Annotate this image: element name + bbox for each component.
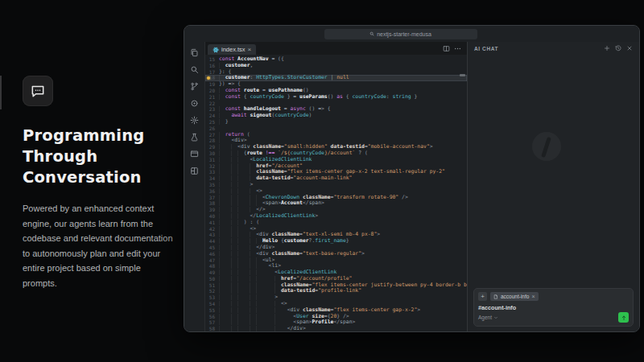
chat-footer-row: Agent bbox=[478, 312, 629, 323]
code-line: 55 <div className="flex items-center gap… bbox=[205, 307, 467, 314]
more-options-button[interactable] bbox=[454, 45, 461, 52]
line-number: 40 bbox=[205, 213, 219, 220]
code-line: 50 href="/account/profile" bbox=[205, 276, 467, 282]
code-line: 58 </div> bbox=[205, 326, 467, 331]
code-text: </LocalizedClientLink> bbox=[219, 213, 467, 220]
settings-icon[interactable] bbox=[189, 115, 200, 125]
context-chip-account-info[interactable]: account-info × bbox=[490, 292, 539, 301]
line-number: 57 bbox=[205, 319, 219, 326]
code-text: <span>Profile</span> bbox=[219, 319, 467, 326]
tab-label: index.tsx bbox=[221, 46, 246, 53]
search-icon[interactable] bbox=[189, 64, 200, 75]
flask-icon[interactable] bbox=[189, 132, 200, 142]
line-number: 39 bbox=[205, 207, 219, 213]
code-text: <li> bbox=[219, 263, 467, 269]
page-background: Programming Through Conversation Powered… bbox=[0, 0, 644, 362]
code-text: ) : ( bbox=[219, 220, 467, 226]
editor-column: index.tsx × 15const AccountNav = ({16 cu… bbox=[204, 42, 467, 331]
code-text: <LocalizedClientLink bbox=[219, 269, 467, 276]
code-line: 46 <div className="text-base-regular"> bbox=[205, 251, 467, 257]
line-number: 36 bbox=[205, 188, 219, 195]
line-number: 20 bbox=[205, 88, 219, 94]
project-search-bar[interactable]: nextjs-starter-medusa bbox=[324, 29, 477, 39]
code-line: 20 const route = usePathname() bbox=[205, 88, 467, 94]
line-number: 55 bbox=[205, 307, 219, 314]
code-text: > bbox=[219, 182, 467, 188]
line-number: 21 bbox=[205, 94, 219, 101]
tab-close-icon[interactable]: × bbox=[248, 46, 252, 53]
code-line: 42 <> bbox=[205, 226, 467, 232]
preview-icon[interactable] bbox=[189, 149, 200, 159]
split-editor-button[interactable] bbox=[443, 45, 450, 52]
chip-close-icon[interactable]: × bbox=[531, 294, 535, 299]
chat-input-text[interactable]: #account-info bbox=[478, 304, 629, 311]
code-line: 36 <> bbox=[205, 188, 467, 195]
code-text: customer: HttpTypes.StoreCustomer | null bbox=[219, 75, 467, 81]
code-line: 16 customer, bbox=[205, 63, 467, 69]
line-number: 23 bbox=[205, 106, 219, 113]
line-number: 33 bbox=[205, 169, 219, 175]
line-number: 54 bbox=[205, 301, 219, 307]
chat-history-button[interactable] bbox=[615, 45, 621, 51]
chat-header: AI CHAT bbox=[468, 42, 639, 55]
chat-bubble-icon bbox=[23, 76, 53, 106]
code-text: const { countryCode } = useParams() as {… bbox=[219, 94, 467, 101]
code-text: const AccountNav = ({ bbox=[219, 56, 467, 63]
code-text: href="/account" bbox=[219, 163, 467, 170]
editor-scrollbar[interactable] bbox=[460, 74, 465, 76]
line-number: 35 bbox=[205, 182, 219, 188]
line-number: 53 bbox=[205, 294, 219, 301]
chat-input-card[interactable]: + account-info × #account-info Agent bbox=[473, 288, 634, 327]
code-text: </div> bbox=[219, 326, 467, 331]
context-chip-row: + account-info × bbox=[478, 292, 629, 301]
line-number: 17 bbox=[205, 69, 219, 76]
code-line: 21 const { countryCode } = useParams() a… bbox=[205, 94, 467, 101]
line-number: 29 bbox=[205, 144, 219, 150]
code-line: 56 <User size={20} /> bbox=[205, 314, 467, 320]
code-text: > bbox=[219, 294, 467, 301]
agent-mode-dropdown[interactable]: Agent bbox=[478, 315, 498, 320]
line-number: 19 bbox=[205, 81, 219, 88]
code-line: 38 <span>Account</span> bbox=[205, 200, 467, 207]
layout-icon[interactable] bbox=[189, 166, 200, 176]
git-branch-icon[interactable] bbox=[189, 81, 200, 92]
line-number: 18 bbox=[205, 75, 219, 81]
code-text: <> bbox=[219, 188, 467, 195]
logo-watermark bbox=[532, 132, 561, 161]
line-number: 27 bbox=[205, 132, 219, 138]
add-context-button[interactable]: + bbox=[478, 292, 487, 301]
code-line: 53 > bbox=[205, 294, 467, 301]
code-text: const route = usePathname() bbox=[219, 88, 467, 94]
react-file-icon bbox=[213, 47, 219, 53]
editor-window: nextjs-starter-medusa index.tsx × 15cons… bbox=[184, 25, 640, 332]
lightbulb-icon[interactable] bbox=[207, 76, 210, 80]
line-number: 37 bbox=[205, 195, 219, 201]
code-line: 43 <div className="text-xl-semi mb-4 px-… bbox=[205, 232, 467, 238]
new-chat-button[interactable] bbox=[604, 45, 610, 51]
code-text: <div className="text-xl-semi mb-4 px-8"> bbox=[219, 232, 467, 238]
code-text: }) => { bbox=[219, 81, 467, 88]
close-chat-button[interactable] bbox=[626, 45, 633, 51]
code-text: </> bbox=[219, 207, 467, 213]
code-text: data-testid="profile-link" bbox=[219, 288, 467, 294]
code-text: } bbox=[219, 119, 467, 125]
line-number: 47 bbox=[205, 257, 219, 264]
send-button[interactable] bbox=[618, 312, 629, 323]
line-number: 32 bbox=[205, 163, 219, 170]
line-number: 31 bbox=[205, 157, 219, 163]
line-number: 49 bbox=[205, 269, 219, 276]
code-text: <div className="small:hidden" data-testi… bbox=[219, 144, 467, 150]
code-line: 26 bbox=[205, 125, 467, 132]
line-number: 51 bbox=[205, 282, 219, 289]
code-line: 22 bbox=[205, 101, 467, 107]
chat-actions bbox=[604, 45, 633, 51]
tab-index-tsx[interactable]: index.tsx × bbox=[208, 44, 256, 55]
files-icon[interactable] bbox=[189, 47, 200, 58]
line-number: 41 bbox=[205, 220, 219, 226]
code-editor[interactable]: 15const AccountNav = ({16 customer,17}: … bbox=[205, 55, 467, 331]
chip-label: account-info bbox=[501, 294, 529, 299]
line-number: 50 bbox=[205, 276, 219, 282]
code-text: {route !== `/${countryCode}/account` ? ( bbox=[219, 150, 467, 157]
code-text: <div className="flex items-center gap-x-… bbox=[219, 307, 467, 314]
debug-icon[interactable] bbox=[189, 98, 200, 109]
